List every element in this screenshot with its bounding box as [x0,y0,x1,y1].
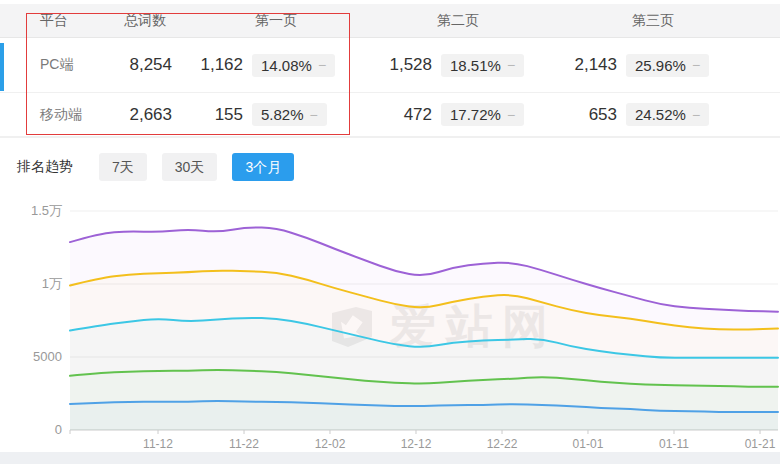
summary-table-header: 平台 总词数 第一页 第二页 第三页 [0,4,780,38]
keyword-rank-panel: 平台 总词数 第一页 第二页 第三页 PC端 8,254 1,162 14.08… [0,0,780,452]
page3-percent-badge: 25.96%− [626,54,709,77]
header-page1: 第一页 [255,12,297,30]
x-axis-label: 01-01 [573,437,604,451]
page1-percent-badge: 5.82%− [252,103,327,126]
page2-count: 472 [340,105,432,125]
summary-table: 平台 总词数 第一页 第二页 第三页 PC端 8,254 1,162 14.08… [0,0,780,137]
x-axis-label: 12-22 [487,437,518,451]
trend-toolbar: 排名趋势 7天 30天 3个月 [0,137,780,196]
page2-count: 1,528 [340,55,432,75]
y-axis-label: 1万 [42,276,62,291]
platform-label: 移动端 [0,106,110,124]
trend-flat-icon: − [318,58,326,72]
y-axis-label: 0 [55,422,62,437]
page1-count: 155 [172,105,243,125]
header-platform: 平台 [40,12,68,30]
trend-flat-icon: − [692,58,700,72]
trend-chart: 爱站网 050001万1.5万11-1211-2212-0212-1212-22… [0,196,780,452]
page2-percent-badge: 17.72%− [441,103,524,126]
table-row-pc: PC端 8,254 1,162 14.08%− 1,528 18.51%− 2,… [0,38,780,93]
header-page3: 第三页 [632,12,674,30]
tab-3months[interactable]: 3个月 [232,153,294,181]
trend-flat-icon: − [310,108,318,122]
trend-flat-icon: − [692,108,700,122]
page3-percent-badge: 24.52%− [626,103,709,126]
trend-flat-icon: − [507,58,515,72]
x-axis-label: 01-21 [745,437,776,451]
x-axis-label: 12-12 [401,437,432,451]
trend-section-title: 排名趋势 [17,158,73,176]
page: 平台 总词数 第一页 第二页 第三页 PC端 8,254 1,162 14.08… [0,0,780,464]
platform-label: PC端 [0,56,110,74]
x-axis-label: 12-02 [315,437,346,451]
header-page2: 第二页 [437,12,479,30]
tab-30days[interactable]: 30天 [162,153,218,181]
tab-7days[interactable]: 7天 [99,153,147,181]
x-axis-label: 11-12 [143,437,173,451]
y-axis-label: 5000 [33,349,62,364]
total-words-value: 8,254 [110,55,172,75]
table-row-mobile: 移动端 2,663 155 5.82%− 472 17.72%− 653 24.… [0,93,780,137]
x-axis-label: 01-11 [659,437,689,451]
page1-count: 1,162 [172,55,243,75]
y-axis-label: 1.5万 [31,203,62,218]
page3-count: 653 [517,105,617,125]
header-total-words: 总词数 [124,12,166,30]
trend-chart-svg[interactable]: 050001万1.5万11-1211-2212-0212-1212-2201-0… [0,196,780,452]
page3-count: 2,143 [517,55,617,75]
page2-percent-badge: 18.51%− [441,54,524,77]
x-axis-label: 11-22 [229,437,259,451]
page1-percent-badge: 14.08%− [252,54,335,77]
total-words-value: 2,663 [110,105,172,125]
active-row-indicator [0,43,4,91]
trend-flat-icon: − [507,108,515,122]
